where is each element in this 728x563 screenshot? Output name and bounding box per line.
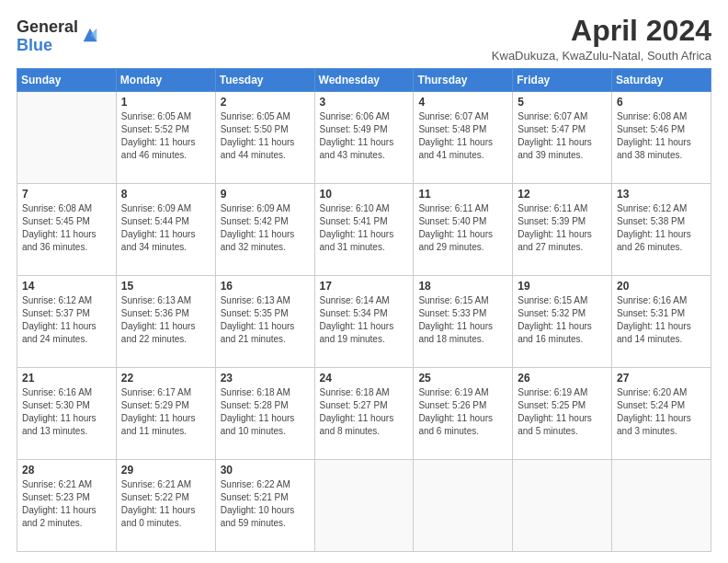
calendar-cell: 6Sunrise: 6:08 AM Sunset: 5:46 PM Daylig… <box>612 92 711 184</box>
day-number: 28 <box>22 464 111 477</box>
day-info: Sunrise: 6:07 AM Sunset: 5:47 PM Dayligh… <box>518 110 607 162</box>
calendar-cell: 17Sunrise: 6:14 AM Sunset: 5:34 PM Dayli… <box>314 276 414 368</box>
day-number: 16 <box>221 280 310 293</box>
day-info: Sunrise: 6:10 AM Sunset: 5:41 PM Dayligh… <box>320 202 409 254</box>
day-info: Sunrise: 6:16 AM Sunset: 5:30 PM Dayligh… <box>22 386 111 438</box>
day-number: 5 <box>518 96 607 109</box>
day-info: Sunrise: 6:06 AM Sunset: 5:49 PM Dayligh… <box>320 110 409 162</box>
calendar-cell <box>513 460 612 552</box>
day-number: 2 <box>221 96 310 109</box>
day-info: Sunrise: 6:15 AM Sunset: 5:33 PM Dayligh… <box>418 294 507 346</box>
day-info: Sunrise: 6:14 AM Sunset: 5:34 PM Dayligh… <box>320 294 409 346</box>
day-info: Sunrise: 6:21 AM Sunset: 5:23 PM Dayligh… <box>22 478 111 530</box>
day-info: Sunrise: 6:07 AM Sunset: 5:48 PM Dayligh… <box>418 110 507 162</box>
page: General Blue April 2024 KwaDukuza, KwaZu… <box>0 0 728 563</box>
day-number: 9 <box>221 188 310 201</box>
calendar-cell: 7Sunrise: 6:08 AM Sunset: 5:45 PM Daylig… <box>17 184 117 276</box>
calendar-cell: 2Sunrise: 6:05 AM Sunset: 5:50 PM Daylig… <box>215 92 314 184</box>
day-info: Sunrise: 6:19 AM Sunset: 5:26 PM Dayligh… <box>418 386 507 438</box>
col-thursday: Thursday <box>414 69 513 92</box>
day-number: 27 <box>617 372 706 385</box>
calendar-cell: 20Sunrise: 6:16 AM Sunset: 5:31 PM Dayli… <box>612 276 711 368</box>
col-monday: Monday <box>116 69 215 92</box>
calendar-cell: 8Sunrise: 6:09 AM Sunset: 5:44 PM Daylig… <box>116 184 215 276</box>
day-number: 12 <box>518 188 607 201</box>
calendar-cell: 25Sunrise: 6:19 AM Sunset: 5:26 PM Dayli… <box>414 368 513 460</box>
calendar-cell: 19Sunrise: 6:15 AM Sunset: 5:32 PM Dayli… <box>513 276 612 368</box>
calendar-week-row-0: 1Sunrise: 6:05 AM Sunset: 5:52 PM Daylig… <box>17 92 711 184</box>
calendar-cell: 30Sunrise: 6:22 AM Sunset: 5:21 PM Dayli… <box>215 460 314 552</box>
day-number: 19 <box>518 280 607 293</box>
day-number: 15 <box>121 280 210 293</box>
calendar-cell <box>414 460 513 552</box>
day-number: 8 <box>121 188 210 201</box>
col-friday: Friday <box>513 69 612 92</box>
day-info: Sunrise: 6:19 AM Sunset: 5:25 PM Dayligh… <box>518 386 607 438</box>
calendar-cell: 21Sunrise: 6:16 AM Sunset: 5:30 PM Dayli… <box>17 368 117 460</box>
day-info: Sunrise: 6:13 AM Sunset: 5:35 PM Dayligh… <box>221 294 310 346</box>
logo: General Blue <box>17 18 100 55</box>
col-tuesday: Tuesday <box>215 69 314 92</box>
calendar-cell: 22Sunrise: 6:17 AM Sunset: 5:29 PM Dayli… <box>116 368 215 460</box>
calendar-cell: 14Sunrise: 6:12 AM Sunset: 5:37 PM Dayli… <box>17 276 117 368</box>
day-number: 30 <box>221 464 310 477</box>
calendar-cell <box>612 460 711 552</box>
calendar-cell: 9Sunrise: 6:09 AM Sunset: 5:42 PM Daylig… <box>215 184 314 276</box>
col-sunday: Sunday <box>17 69 117 92</box>
subtitle: KwaDukuza, KwaZulu-Natal, South Africa <box>492 49 711 63</box>
calendar-table: Sunday Monday Tuesday Wednesday Thursday… <box>17 68 711 552</box>
day-info: Sunrise: 6:20 AM Sunset: 5:24 PM Dayligh… <box>617 386 706 438</box>
day-number: 3 <box>320 96 409 109</box>
header: General Blue April 2024 KwaDukuza, KwaZu… <box>17 15 711 63</box>
day-number: 11 <box>418 188 507 201</box>
day-info: Sunrise: 6:15 AM Sunset: 5:32 PM Dayligh… <box>518 294 607 346</box>
calendar-cell: 13Sunrise: 6:12 AM Sunset: 5:38 PM Dayli… <box>612 184 711 276</box>
day-info: Sunrise: 6:12 AM Sunset: 5:37 PM Dayligh… <box>22 294 111 346</box>
day-number: 23 <box>221 372 310 385</box>
day-number: 24 <box>320 372 409 385</box>
calendar-cell: 15Sunrise: 6:13 AM Sunset: 5:36 PM Dayli… <box>116 276 215 368</box>
day-number: 18 <box>418 280 507 293</box>
main-title: April 2024 <box>492 15 711 47</box>
calendar-cell: 24Sunrise: 6:18 AM Sunset: 5:27 PM Dayli… <box>314 368 414 460</box>
day-info: Sunrise: 6:18 AM Sunset: 5:27 PM Dayligh… <box>320 386 409 438</box>
day-info: Sunrise: 6:11 AM Sunset: 5:40 PM Dayligh… <box>418 202 507 254</box>
day-info: Sunrise: 6:13 AM Sunset: 5:36 PM Dayligh… <box>121 294 210 346</box>
day-info: Sunrise: 6:17 AM Sunset: 5:29 PM Dayligh… <box>121 386 210 438</box>
day-number: 25 <box>418 372 507 385</box>
calendar-cell: 11Sunrise: 6:11 AM Sunset: 5:40 PM Dayli… <box>414 184 513 276</box>
day-info: Sunrise: 6:12 AM Sunset: 5:38 PM Dayligh… <box>617 202 706 254</box>
calendar-cell: 26Sunrise: 6:19 AM Sunset: 5:25 PM Dayli… <box>513 368 612 460</box>
day-number: 13 <box>617 188 706 201</box>
calendar-cell <box>314 460 414 552</box>
day-info: Sunrise: 6:05 AM Sunset: 5:52 PM Dayligh… <box>121 110 210 162</box>
day-info: Sunrise: 6:16 AM Sunset: 5:31 PM Dayligh… <box>617 294 706 346</box>
day-number: 29 <box>121 464 210 477</box>
day-number: 17 <box>320 280 409 293</box>
calendar-cell: 16Sunrise: 6:13 AM Sunset: 5:35 PM Dayli… <box>215 276 314 368</box>
day-info: Sunrise: 6:09 AM Sunset: 5:44 PM Dayligh… <box>121 202 210 254</box>
day-info: Sunrise: 6:08 AM Sunset: 5:46 PM Dayligh… <box>617 110 706 162</box>
day-info: Sunrise: 6:21 AM Sunset: 5:22 PM Dayligh… <box>121 478 210 530</box>
day-number: 7 <box>22 188 111 201</box>
calendar-header-row: Sunday Monday Tuesday Wednesday Thursday… <box>17 69 711 92</box>
calendar-cell: 3Sunrise: 6:06 AM Sunset: 5:49 PM Daylig… <box>314 92 414 184</box>
calendar-cell <box>17 92 117 184</box>
calendar-cell: 28Sunrise: 6:21 AM Sunset: 5:23 PM Dayli… <box>17 460 117 552</box>
logo-general-text: General <box>17 18 78 37</box>
day-info: Sunrise: 6:18 AM Sunset: 5:28 PM Dayligh… <box>221 386 310 438</box>
calendar-cell: 5Sunrise: 6:07 AM Sunset: 5:47 PM Daylig… <box>513 92 612 184</box>
day-number: 22 <box>121 372 210 385</box>
calendar-week-row-4: 28Sunrise: 6:21 AM Sunset: 5:23 PM Dayli… <box>17 460 711 552</box>
day-number: 1 <box>121 96 210 109</box>
calendar-cell: 29Sunrise: 6:21 AM Sunset: 5:22 PM Dayli… <box>116 460 215 552</box>
title-block: April 2024 KwaDukuza, KwaZulu-Natal, Sou… <box>492 15 711 63</box>
calendar-cell: 1Sunrise: 6:05 AM Sunset: 5:52 PM Daylig… <box>116 92 215 184</box>
day-info: Sunrise: 6:11 AM Sunset: 5:39 PM Dayligh… <box>518 202 607 254</box>
calendar-cell: 4Sunrise: 6:07 AM Sunset: 5:48 PM Daylig… <box>414 92 513 184</box>
calendar-cell: 23Sunrise: 6:18 AM Sunset: 5:28 PM Dayli… <box>215 368 314 460</box>
calendar-week-row-2: 14Sunrise: 6:12 AM Sunset: 5:37 PM Dayli… <box>17 276 711 368</box>
logo-icon <box>80 25 100 45</box>
logo-blue-text: Blue <box>17 37 78 55</box>
calendar-cell: 27Sunrise: 6:20 AM Sunset: 5:24 PM Dayli… <box>612 368 711 460</box>
